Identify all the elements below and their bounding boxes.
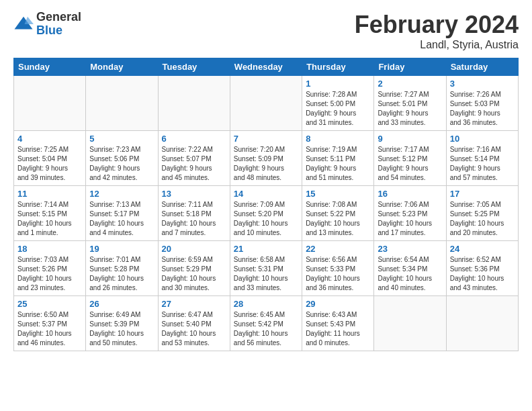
day-info: Sunrise: 6:43 AM Sunset: 5:43 PM Dayligh… [306, 310, 370, 348]
day-info: Sunrise: 7:08 AM Sunset: 5:22 PM Dayligh… [306, 200, 370, 238]
day-number: 19 [89, 244, 154, 254]
day-number: 23 [378, 244, 442, 254]
page: General Blue February 2024 Landl, Styria… [0, 0, 532, 411]
calendar-week-4: 18Sunrise: 7:03 AM Sunset: 5:26 PM Dayli… [14, 241, 519, 296]
day-number: 1 [306, 79, 370, 89]
day-info: Sunrise: 7:20 AM Sunset: 5:09 PM Dayligh… [234, 145, 298, 183]
calendar-subtitle: Landl, Styria, Austria [355, 39, 519, 51]
header: General Blue February 2024 Landl, Styria… [13, 11, 519, 51]
day-number: 27 [162, 299, 226, 309]
calendar-title: February 2024 [355, 11, 519, 39]
day-number: 26 [89, 299, 154, 309]
day-info: Sunrise: 7:11 AM Sunset: 5:18 PM Dayligh… [162, 200, 226, 238]
calendar-cell [158, 76, 230, 131]
calendar-week-2: 4Sunrise: 7:25 AM Sunset: 5:04 PM Daylig… [14, 131, 519, 186]
day-info: Sunrise: 6:52 AM Sunset: 5:36 PM Dayligh… [450, 255, 515, 293]
calendar-table: Sunday Monday Tuesday Wednesday Thursday… [13, 58, 519, 351]
calendar-cell [86, 76, 158, 131]
calendar-cell [374, 296, 446, 351]
calendar-week-1: 1Sunrise: 7:28 AM Sunset: 5:00 PM Daylig… [14, 76, 519, 131]
day-info: Sunrise: 6:49 AM Sunset: 5:39 PM Dayligh… [89, 310, 154, 348]
day-number: 10 [450, 134, 515, 144]
day-info: Sunrise: 7:09 AM Sunset: 5:20 PM Dayligh… [234, 200, 298, 238]
calendar-week-5: 25Sunrise: 6:50 AM Sunset: 5:37 PM Dayli… [14, 296, 519, 351]
day-number: 7 [234, 134, 298, 144]
day-number: 4 [17, 134, 82, 144]
col-friday: Friday [374, 58, 446, 76]
day-number: 29 [306, 299, 370, 309]
day-number: 21 [234, 244, 298, 254]
calendar-cell: 13Sunrise: 7:11 AM Sunset: 5:18 PM Dayli… [158, 186, 230, 241]
day-info: Sunrise: 7:03 AM Sunset: 5:26 PM Dayligh… [17, 255, 82, 293]
calendar-cell: 11Sunrise: 7:14 AM Sunset: 5:15 PM Dayli… [14, 186, 86, 241]
calendar-cell: 10Sunrise: 7:16 AM Sunset: 5:14 PM Dayli… [446, 131, 518, 186]
day-info: Sunrise: 7:22 AM Sunset: 5:07 PM Dayligh… [162, 145, 226, 183]
day-number: 5 [89, 134, 154, 144]
logo: General Blue [13, 11, 81, 38]
calendar-cell: 21Sunrise: 6:58 AM Sunset: 5:31 PM Dayli… [230, 241, 302, 296]
day-number: 22 [306, 244, 370, 254]
day-info: Sunrise: 6:47 AM Sunset: 5:40 PM Dayligh… [162, 310, 226, 348]
day-info: Sunrise: 7:01 AM Sunset: 5:28 PM Dayligh… [89, 255, 154, 293]
day-number: 2 [378, 79, 442, 89]
day-number: 9 [378, 134, 442, 144]
day-info: Sunrise: 7:28 AM Sunset: 5:00 PM Dayligh… [306, 90, 370, 128]
day-info: Sunrise: 7:26 AM Sunset: 5:03 PM Dayligh… [450, 90, 515, 128]
calendar-cell: 26Sunrise: 6:49 AM Sunset: 5:39 PM Dayli… [86, 296, 158, 351]
col-saturday: Saturday [446, 58, 518, 76]
day-number: 6 [162, 134, 226, 144]
col-sunday: Sunday [14, 58, 86, 76]
day-info: Sunrise: 6:50 AM Sunset: 5:37 PM Dayligh… [17, 310, 82, 348]
day-number: 24 [450, 244, 515, 254]
col-monday: Monday [86, 58, 158, 76]
calendar-cell: 9Sunrise: 7:17 AM Sunset: 5:12 PM Daylig… [374, 131, 446, 186]
day-number: 25 [17, 299, 82, 309]
calendar-cell: 7Sunrise: 7:20 AM Sunset: 5:09 PM Daylig… [230, 131, 302, 186]
calendar-cell: 25Sunrise: 6:50 AM Sunset: 5:37 PM Dayli… [14, 296, 86, 351]
calendar-cell [14, 76, 86, 131]
day-info: Sunrise: 6:59 AM Sunset: 5:29 PM Dayligh… [162, 255, 226, 293]
calendar-cell [230, 76, 302, 131]
calendar-week-3: 11Sunrise: 7:14 AM Sunset: 5:15 PM Dayli… [14, 186, 519, 241]
calendar-cell: 22Sunrise: 6:56 AM Sunset: 5:33 PM Dayli… [302, 241, 374, 296]
day-info: Sunrise: 7:16 AM Sunset: 5:14 PM Dayligh… [450, 145, 515, 183]
calendar-cell: 28Sunrise: 6:45 AM Sunset: 5:42 PM Dayli… [230, 296, 302, 351]
day-info: Sunrise: 6:54 AM Sunset: 5:34 PM Dayligh… [378, 255, 442, 293]
day-info: Sunrise: 7:27 AM Sunset: 5:01 PM Dayligh… [378, 90, 442, 128]
calendar-cell: 19Sunrise: 7:01 AM Sunset: 5:28 PM Dayli… [86, 241, 158, 296]
day-info: Sunrise: 6:45 AM Sunset: 5:42 PM Dayligh… [234, 310, 298, 348]
day-number: 8 [306, 134, 370, 144]
day-number: 28 [234, 299, 298, 309]
logo-blue: Blue [36, 24, 81, 38]
logo-general: General [36, 11, 81, 24]
calendar-cell: 16Sunrise: 7:06 AM Sunset: 5:23 PM Dayli… [374, 186, 446, 241]
calendar-cell: 4Sunrise: 7:25 AM Sunset: 5:04 PM Daylig… [14, 131, 86, 186]
calendar-cell: 17Sunrise: 7:05 AM Sunset: 5:25 PM Dayli… [446, 186, 518, 241]
day-info: Sunrise: 6:56 AM Sunset: 5:33 PM Dayligh… [306, 255, 370, 293]
col-thursday: Thursday [302, 58, 374, 76]
day-number: 12 [89, 189, 154, 199]
logo-text: General Blue [36, 11, 81, 38]
day-number: 18 [17, 244, 82, 254]
day-info: Sunrise: 7:13 AM Sunset: 5:17 PM Dayligh… [89, 200, 154, 238]
calendar-cell [446, 296, 518, 351]
day-number: 16 [378, 189, 442, 199]
calendar-cell: 14Sunrise: 7:09 AM Sunset: 5:20 PM Dayli… [230, 186, 302, 241]
calendar-cell: 18Sunrise: 7:03 AM Sunset: 5:26 PM Dayli… [14, 241, 86, 296]
day-number: 13 [162, 189, 226, 199]
calendar-cell: 6Sunrise: 7:22 AM Sunset: 5:07 PM Daylig… [158, 131, 230, 186]
day-number: 15 [306, 189, 370, 199]
day-number: 17 [450, 189, 515, 199]
calendar-cell: 2Sunrise: 7:27 AM Sunset: 5:01 PM Daylig… [374, 76, 446, 131]
calendar-cell: 23Sunrise: 6:54 AM Sunset: 5:34 PM Dayli… [374, 241, 446, 296]
calendar-cell: 1Sunrise: 7:28 AM Sunset: 5:00 PM Daylig… [302, 76, 374, 131]
day-info: Sunrise: 7:06 AM Sunset: 5:23 PM Dayligh… [378, 200, 442, 238]
calendar-cell: 8Sunrise: 7:19 AM Sunset: 5:11 PM Daylig… [302, 131, 374, 186]
day-info: Sunrise: 7:25 AM Sunset: 5:04 PM Dayligh… [17, 145, 82, 183]
calendar-cell: 24Sunrise: 6:52 AM Sunset: 5:36 PM Dayli… [446, 241, 518, 296]
day-info: Sunrise: 7:14 AM Sunset: 5:15 PM Dayligh… [17, 200, 82, 238]
day-number: 11 [17, 189, 82, 199]
title-block: February 2024 Landl, Styria, Austria [355, 11, 519, 51]
day-number: 14 [234, 189, 298, 199]
day-number: 20 [162, 244, 226, 254]
